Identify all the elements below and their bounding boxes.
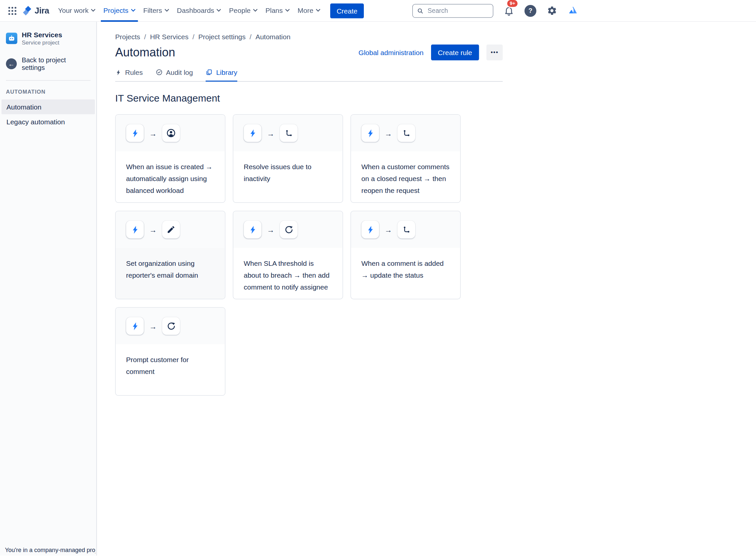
nav-item-your-work[interactable]: Your work <box>56 0 98 22</box>
help-button[interactable]: ? <box>524 5 536 16</box>
app-switcher-button[interactable] <box>6 4 19 17</box>
project-type: Service project <box>22 40 62 45</box>
create-rule-button[interactable]: Create rule <box>431 44 479 60</box>
back-to-project-settings-link[interactable]: ← Back to project settings <box>0 57 97 71</box>
automation-template-card[interactable]: → When SLA threshold is about to breach … <box>233 211 343 300</box>
arrow-icon: → <box>149 225 157 234</box>
breadcrumb-projects[interactable]: Projects <box>115 33 140 41</box>
nav-item-plans[interactable]: Plans <box>263 0 292 22</box>
lightning-icon <box>248 225 257 235</box>
jira-logo-text: Jira <box>35 6 49 15</box>
automation-template-card[interactable]: → When a comment is added → update the s… <box>351 211 461 300</box>
retry-icon <box>166 321 176 331</box>
lightning-icon <box>248 128 257 138</box>
nav-utilities: 9+ ? <box>412 4 578 18</box>
chevron-down-icon <box>286 9 290 12</box>
project-avatar <box>6 32 17 44</box>
nav-item-more[interactable]: More <box>295 0 323 22</box>
nav-item-label: Your work <box>58 7 89 14</box>
card-icon-row: → <box>116 308 225 344</box>
nav-item-label: Projects <box>104 7 128 14</box>
lightning-icon <box>130 225 140 235</box>
breadcrumb-project-settings[interactable]: Project settings <box>198 33 246 41</box>
automation-template-card[interactable]: → Resolve issues due to inactivity <box>233 114 343 203</box>
search-input[interactable] <box>427 7 488 15</box>
nav-item-people[interactable]: People <box>227 0 260 22</box>
trigger-icon-tile <box>362 124 379 142</box>
settings-gear-icon <box>547 6 557 16</box>
global-administration-link[interactable]: Global administration <box>358 48 423 57</box>
action-icon-tile <box>162 221 180 238</box>
automation-template-card[interactable]: → When a customer comments on a closed r… <box>351 114 461 203</box>
nav-item-label: More <box>298 7 313 14</box>
action-icon-tile <box>280 221 298 238</box>
nav-item-dashboards[interactable]: Dashboards <box>174 0 223 22</box>
tab-label: Rules <box>125 68 143 76</box>
chevron-down-icon <box>164 9 169 12</box>
tab-library[interactable]: Library <box>205 68 237 82</box>
card-description: Prompt customer for comment <box>116 344 225 378</box>
breadcrumb-separator: / <box>192 33 194 41</box>
project-type-footnote: You're in a company-managed project <box>5 547 96 554</box>
automation-template-card[interactable]: → When an issue is created → automatical… <box>115 114 226 203</box>
primary-nav: Your work Projects Filters Dashboards Pe… <box>54 0 324 22</box>
chevron-down-icon <box>91 9 96 12</box>
tab-rules[interactable]: Rules <box>115 68 143 82</box>
project-sidebar: HR Services Service project ← Back to pr… <box>0 22 97 556</box>
card-description: When a customer comments on a closed req… <box>351 151 460 197</box>
create-button[interactable]: Create <box>330 3 364 18</box>
breadcrumb-hr-services[interactable]: HR Services <box>150 33 189 41</box>
card-icon-row: → <box>116 211 225 248</box>
top-navigation: Jira Your work Projects Filters Dashboar… <box>0 0 756 22</box>
nav-item-label: Dashboards <box>177 7 214 14</box>
more-actions-button[interactable]: ••• <box>486 44 503 60</box>
sidebar-divider <box>6 80 90 81</box>
breadcrumb: Projects / HR Services / Project setting… <box>115 33 503 41</box>
breadcrumb-automation[interactable]: Automation <box>255 33 290 41</box>
question-mark-icon: ? <box>528 7 532 14</box>
audit-check-icon <box>156 69 162 76</box>
action-icon-tile <box>398 221 415 238</box>
lightning-icon <box>130 321 140 331</box>
search-box[interactable] <box>412 4 493 18</box>
project-header: HR Services Service project <box>0 31 97 45</box>
nav-item-filters[interactable]: Filters <box>141 0 172 22</box>
action-icon-tile <box>280 124 298 142</box>
jira-logo[interactable]: Jira <box>22 5 49 16</box>
nav-item-label: Filters <box>143 7 162 14</box>
automation-template-card[interactable]: → Set organization using reporter's emai… <box>115 211 226 300</box>
tab-audit-log[interactable]: Audit log <box>156 68 193 82</box>
chevron-down-icon <box>316 9 320 12</box>
nav-item-projects[interactable]: Projects <box>101 0 138 22</box>
tab-label: Library <box>216 68 237 76</box>
automation-template-card[interactable]: → Prompt customer for comment <box>115 307 226 396</box>
trigger-icon-tile <box>126 124 144 142</box>
sidebar-item-automation[interactable]: Automation <box>2 100 95 114</box>
template-card-grid: → When an issue is created → automatical… <box>115 114 503 396</box>
arrow-icon: → <box>267 129 274 138</box>
settings-button[interactable] <box>545 4 559 18</box>
page-title: Automation <box>115 45 175 59</box>
nav-item-label: Plans <box>266 7 283 14</box>
library-pages-icon <box>205 69 213 76</box>
arrow-icon: → <box>267 225 274 234</box>
card-icon-row: → <box>116 115 225 151</box>
card-description: Resolve issues due to inactivity <box>233 151 343 185</box>
robot-avatar-icon <box>8 34 16 42</box>
card-icon-row: → <box>351 115 460 151</box>
jira-logo-mark-icon <box>22 5 33 16</box>
arrow-icon: → <box>385 129 392 138</box>
transition-icon <box>284 128 294 138</box>
card-icon-row: → <box>351 211 460 248</box>
jira-automation-library-page: Jira Your work Projects Filters Dashboar… <box>0 0 756 556</box>
main-panel: Projects / HR Services / Project setting… <box>97 22 756 556</box>
notifications: 9+ <box>501 4 516 18</box>
sidebar-item-legacy-automation[interactable]: Legacy automation <box>2 114 95 129</box>
chevron-down-icon <box>217 9 222 12</box>
card-icon-row: → <box>233 211 343 248</box>
edit-pencil-icon <box>167 225 176 234</box>
breadcrumb-separator: / <box>144 33 146 41</box>
trigger-icon-tile <box>126 221 144 238</box>
chevron-down-icon <box>253 9 258 12</box>
arrow-icon: → <box>149 322 157 331</box>
